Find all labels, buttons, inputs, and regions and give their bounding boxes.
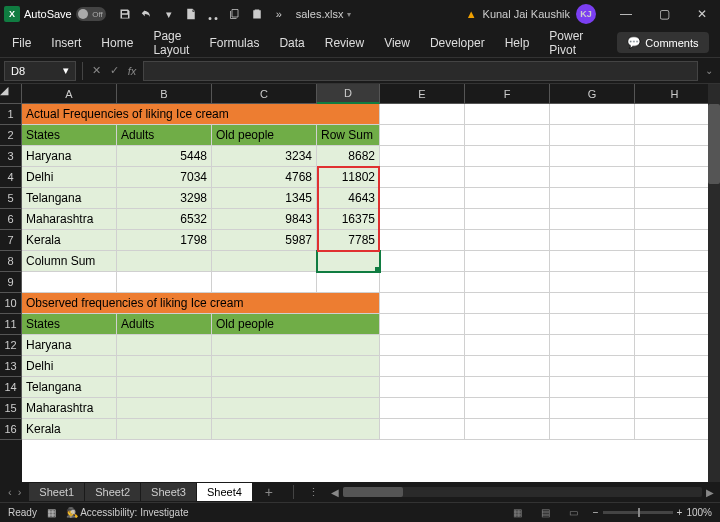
cell[interactable] xyxy=(380,272,465,293)
paste-icon[interactable] xyxy=(250,7,264,21)
zoom-slider[interactable] xyxy=(603,511,673,514)
name-box[interactable]: D8 ▾ xyxy=(4,61,76,81)
cell[interactable] xyxy=(380,146,465,167)
col-header[interactable]: A xyxy=(22,84,117,104)
col-header[interactable]: F xyxy=(465,84,550,104)
cell[interactable]: 7785 xyxy=(317,230,380,251)
cell[interactable]: Kerala xyxy=(22,230,117,251)
cell[interactable] xyxy=(380,356,465,377)
sheet-nav-next[interactable]: › xyxy=(18,486,22,498)
row-header[interactable]: 14 xyxy=(0,377,22,398)
cell[interactable]: States xyxy=(22,314,117,335)
cell[interactable] xyxy=(550,293,635,314)
horizontal-scrollbar[interactable]: ◀ ▶ xyxy=(325,487,720,498)
cancel-formula-icon[interactable]: ✕ xyxy=(89,64,103,77)
zoom-level[interactable]: 100% xyxy=(686,507,712,518)
cell[interactable] xyxy=(117,251,212,272)
row-header[interactable]: 10 xyxy=(0,293,22,314)
cell[interactable] xyxy=(380,188,465,209)
cell[interactable]: Observed frequencies of liking Ice cream xyxy=(22,293,380,314)
undo-icon[interactable] xyxy=(140,7,154,21)
cell[interactable] xyxy=(465,188,550,209)
select-all-corner[interactable]: ◢ xyxy=(0,84,22,104)
filename[interactable]: sales.xlsx ▾ xyxy=(296,8,352,20)
cell[interactable] xyxy=(635,230,715,251)
autosave-toggle[interactable]: AutoSave Off xyxy=(24,7,106,21)
tab-formulas[interactable]: Formulas xyxy=(207,32,261,54)
cell[interactable] xyxy=(550,209,635,230)
accessibility-status[interactable]: 🕵 Accessibility: Investigate xyxy=(66,507,189,518)
cell[interactable] xyxy=(380,104,465,125)
cell[interactable]: 5987 xyxy=(212,230,317,251)
cell[interactable] xyxy=(550,188,635,209)
cell[interactable] xyxy=(380,125,465,146)
cell[interactable]: 9843 xyxy=(212,209,317,230)
view-layout-icon[interactable]: ▤ xyxy=(537,506,555,520)
cell[interactable] xyxy=(212,356,380,377)
cell[interactable] xyxy=(550,356,635,377)
cell[interactable] xyxy=(550,377,635,398)
cell[interactable] xyxy=(380,167,465,188)
cell[interactable] xyxy=(465,335,550,356)
cell[interactable] xyxy=(635,377,715,398)
cell[interactable] xyxy=(117,356,212,377)
cell[interactable]: Actual Frequencies of liking Ice cream xyxy=(22,104,380,125)
tab-view[interactable]: View xyxy=(382,32,412,54)
cell[interactable] xyxy=(117,335,212,356)
cell[interactable] xyxy=(380,419,465,440)
more-icon[interactable]: » xyxy=(272,7,286,21)
cell[interactable] xyxy=(380,251,465,272)
cell[interactable]: Maharashtra xyxy=(22,398,117,419)
cell[interactable] xyxy=(635,398,715,419)
cell[interactable] xyxy=(380,314,465,335)
row-header[interactable]: 11 xyxy=(0,314,22,335)
new-icon[interactable] xyxy=(184,7,198,21)
row-header[interactable]: 15 xyxy=(0,398,22,419)
cell[interactable] xyxy=(550,251,635,272)
expand-formula-icon[interactable]: ⌄ xyxy=(702,65,716,76)
cell[interactable]: Column Sum xyxy=(22,251,117,272)
cell[interactable]: 3234 xyxy=(212,146,317,167)
user-account[interactable]: ▲ Kunal Jai Kaushik KJ xyxy=(466,4,596,24)
cut-icon[interactable] xyxy=(206,7,220,21)
cell[interactable] xyxy=(117,272,212,293)
cell[interactable] xyxy=(212,251,317,272)
tab-power-pivot[interactable]: Power Pivot xyxy=(547,25,585,61)
cell[interactable] xyxy=(550,230,635,251)
view-normal-icon[interactable]: ▦ xyxy=(509,506,527,520)
maximize-button[interactable]: ▢ xyxy=(650,4,678,24)
cell[interactable] xyxy=(465,356,550,377)
cell[interactable]: Old people xyxy=(212,314,380,335)
tab-file[interactable]: File xyxy=(10,32,33,54)
cell[interactable] xyxy=(465,230,550,251)
cell[interactable] xyxy=(550,272,635,293)
tab-home[interactable]: Home xyxy=(99,32,135,54)
cell[interactable] xyxy=(550,335,635,356)
cell[interactable] xyxy=(465,272,550,293)
tab-developer[interactable]: Developer xyxy=(428,32,487,54)
cell[interactable]: 16375 xyxy=(317,209,380,230)
cell[interactable]: Delhi xyxy=(22,167,117,188)
sheet-tab[interactable]: Sheet3 xyxy=(141,483,197,501)
cell[interactable]: Maharashtra xyxy=(22,209,117,230)
cell[interactable]: Haryana xyxy=(22,335,117,356)
cell[interactable] xyxy=(212,272,317,293)
cell[interactable]: 1345 xyxy=(212,188,317,209)
cell[interactable]: Old people xyxy=(212,125,317,146)
row-header[interactable]: 6 xyxy=(0,209,22,230)
zoom-in-icon[interactable]: + xyxy=(677,507,683,518)
cell[interactable] xyxy=(635,335,715,356)
cell[interactable] xyxy=(635,419,715,440)
fx-icon[interactable]: fx xyxy=(125,65,139,77)
col-header[interactable]: D xyxy=(317,84,380,104)
save-icon[interactable] xyxy=(118,7,132,21)
cell-selected[interactable] xyxy=(317,251,380,272)
vertical-scrollbar[interactable] xyxy=(708,84,720,482)
cell[interactable] xyxy=(635,188,715,209)
cell[interactable] xyxy=(380,293,465,314)
cell[interactable] xyxy=(550,314,635,335)
tab-review[interactable]: Review xyxy=(323,32,366,54)
formula-input[interactable] xyxy=(143,61,698,81)
zoom-control[interactable]: − + 100% xyxy=(593,507,712,518)
cell[interactable] xyxy=(465,377,550,398)
